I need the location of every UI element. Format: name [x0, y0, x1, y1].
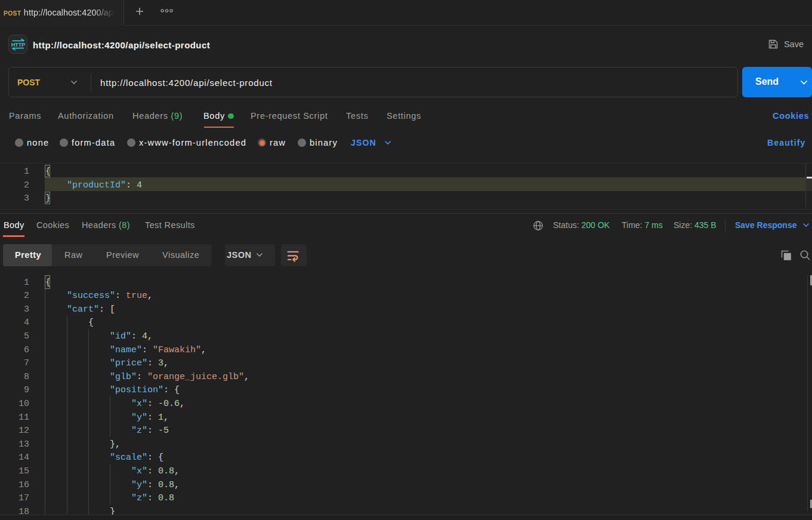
svg-text:HTTP: HTTP [11, 41, 26, 48]
